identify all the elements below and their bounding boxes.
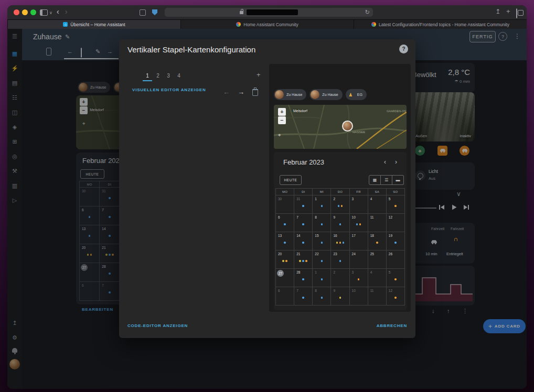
calendar-day[interactable]: 22: [312, 250, 330, 268]
sidebar-toggle-icon[interactable]: [40, 9, 48, 16]
address-bar[interactable]: ↻: [165, 8, 373, 17]
calendar-day[interactable]: 21: [294, 250, 312, 268]
calendar-day[interactable]: 8: [312, 213, 330, 232]
reload-icon[interactable]: ↻: [365, 9, 370, 16]
event-dots: [294, 278, 312, 280]
calendar-view-toggle: ▦ ☰ ▬: [369, 175, 404, 185]
calendar-day[interactable]: 11: [368, 213, 386, 232]
calendar-day[interactable]: 7: [294, 287, 312, 305]
tab-overview-icon[interactable]: [516, 8, 517, 18]
card-tab-2[interactable]: 2: [153, 70, 163, 81]
calendar-day[interactable]: 20: [275, 250, 294, 268]
calendar-day[interactable]: 28: [294, 268, 312, 287]
event-dots: [331, 242, 349, 244]
home-assistant-app: ☰ ▦⚡▤☷◫◈⊞◎⚒▥▷ ↥⚙ Zuhause ✎ FERTIG ? ⋮ ← …: [7, 29, 527, 389]
help-glyph: ?: [402, 46, 405, 52]
map-zoom-out-button[interactable]: −: [278, 116, 286, 124]
map-zoom-in-button[interactable]: +: [278, 108, 286, 116]
calendar-day[interactable]: 13: [275, 232, 294, 250]
calendar-day[interactable]: 10: [349, 287, 368, 305]
month-view-icon[interactable]: ▦: [369, 175, 381, 185]
card-tab-1[interactable]: 1: [142, 70, 153, 81]
calendar-day[interactable]: 10: [349, 213, 368, 232]
event-dots: [331, 297, 349, 299]
event-dots: [350, 223, 368, 225]
card-config-dialog: Vertikaler Stapel-Kartenkonfiguration ? …: [119, 39, 415, 338]
minimize-window-button[interactable]: [22, 9, 28, 15]
calendar-day[interactable]: 2: [330, 268, 349, 287]
add-card-tab-icon[interactable]: +: [257, 71, 261, 79]
calendar-day[interactable]: 19: [386, 232, 404, 250]
week-view-icon[interactable]: ☰: [381, 175, 392, 185]
calendar-day[interactable]: 23: [330, 250, 349, 268]
calendar-day[interactable]: 16: [330, 232, 349, 250]
show-code-editor-link[interactable]: CODE-EDITOR ANZEIGEN: [127, 323, 188, 328]
forward-icon[interactable]: ›: [65, 8, 68, 15]
map-area-label: GAARDEN-OST: [387, 110, 407, 113]
tab-ha-community-topics[interactable]: Latest Configuration/Frontend topics - H…: [354, 20, 527, 29]
person-map-marker[interactable]: [342, 121, 353, 132]
browser-toolbar: ∨ ‹ › ↻ ↥ +: [7, 5, 527, 20]
area-chip[interactable]: ♟EG: [346, 89, 367, 100]
calendar-day[interactable]: 30: [275, 195, 294, 213]
card-tab-3[interactable]: 3: [163, 70, 174, 81]
calendar-day[interactable]: 1: [312, 268, 330, 287]
calendar-day[interactable]: 9: [330, 213, 349, 232]
new-tab-icon[interactable]: +: [506, 8, 510, 15]
event-dots: [368, 242, 386, 244]
close-window-button[interactable]: [14, 9, 19, 15]
calendar-day[interactable]: 9: [330, 287, 349, 305]
calendar-day[interactable]: 12: [386, 287, 404, 305]
calendar-day[interactable]: 3: [349, 268, 368, 287]
calendar-day[interactable]: 3: [349, 195, 368, 213]
person-chip[interactable]: Zu Hause: [309, 89, 342, 100]
chevron-down-icon[interactable]: ∨: [49, 10, 52, 16]
event-dots: [331, 205, 349, 207]
extension-icon[interactable]: [140, 9, 146, 16]
calendar-day[interactable]: 1: [312, 195, 330, 213]
calendar-day[interactable]: 14: [294, 232, 312, 250]
calendar-day[interactable]: 26: [386, 250, 404, 268]
back-icon[interactable]: ‹: [57, 8, 59, 15]
calendar-day[interactable]: 17: [349, 232, 368, 250]
calendar-day[interactable]: 5: [386, 195, 404, 213]
calendar-day[interactable]: 8: [312, 287, 330, 305]
calendar-day[interactable]: 15: [312, 232, 330, 250]
calendar-day[interactable]: 27: [275, 268, 294, 287]
preview-map-card[interactable]: HASSEE GAARDEN-OST + − Melsdorf ⌖: [274, 105, 407, 149]
privacy-shield-icon[interactable]: [152, 9, 157, 15]
share-icon[interactable]: ↥: [495, 8, 500, 15]
today-button[interactable]: HEUTE: [280, 175, 302, 185]
cancel-button[interactable]: ABBRECHEN: [377, 323, 407, 328]
calendar-day[interactable]: 18: [368, 232, 386, 250]
calendar-day[interactable]: 11: [368, 287, 386, 305]
calendar-day[interactable]: 2: [330, 195, 349, 213]
calendar-next-icon[interactable]: ›: [395, 158, 397, 166]
event-dots: [313, 297, 330, 299]
calendar-day[interactable]: 31: [294, 195, 312, 213]
day-view-icon[interactable]: ▬: [392, 175, 404, 185]
delete-card-icon[interactable]: [252, 89, 258, 96]
tab-home-assistant[interactable]: ⌂ Übersicht – Home Assistant: [7, 20, 180, 29]
move-card-right-icon[interactable]: →: [238, 88, 244, 96]
show-visual-editor-link[interactable]: VISUELLEN EDITOR ANZEIGEN: [132, 88, 206, 92]
calendar-day[interactable]: 25: [368, 250, 386, 268]
tab-ha-community[interactable]: Home Assistant Community: [180, 20, 354, 29]
card-tab-4[interactable]: 4: [174, 70, 184, 81]
zoom-window-button[interactable]: [30, 9, 36, 15]
calendar-day[interactable]: 6: [275, 287, 294, 305]
calendar-day[interactable]: 6: [275, 213, 294, 232]
person-chip[interactable]: Zu Hause: [274, 89, 306, 100]
calendar-day[interactable]: 5: [386, 268, 404, 287]
preview-calendar-card[interactable]: Februar 2023 ‹ › HEUTE ▦ ☰ ▬ MODIMIDOFRS…: [274, 152, 407, 310]
move-card-left-icon[interactable]: ←: [223, 88, 230, 96]
map-locate-icon[interactable]: ⌖: [278, 132, 281, 138]
event-dots: [387, 242, 404, 244]
calendar-prev-icon[interactable]: ‹: [384, 158, 386, 166]
calendar-day[interactable]: 24: [349, 250, 368, 268]
calendar-day[interactable]: 4: [368, 268, 386, 287]
calendar-day[interactable]: 7: [294, 213, 312, 232]
help-icon[interactable]: ?: [399, 45, 408, 53]
calendar-day[interactable]: 12: [386, 213, 404, 232]
calendar-day[interactable]: 4: [368, 195, 386, 213]
